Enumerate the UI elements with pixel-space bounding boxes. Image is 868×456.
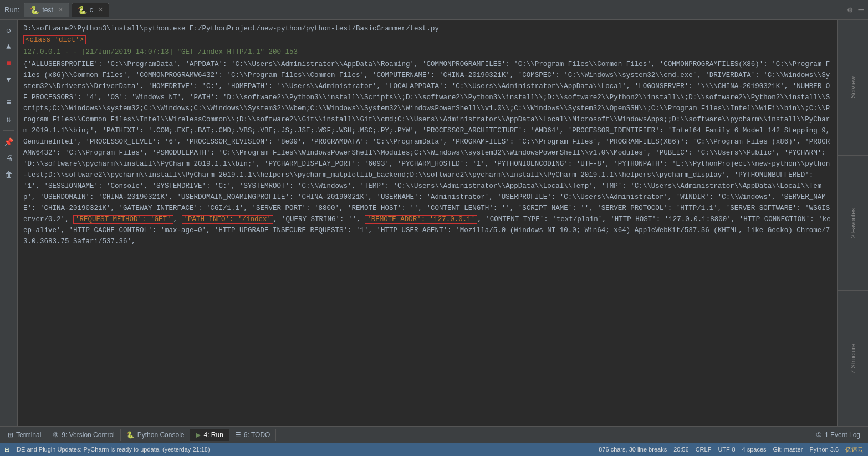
- tab-c-close[interactable]: ✕: [98, 6, 103, 13]
- minimize-icon[interactable]: —: [858, 5, 864, 15]
- version-control-icon: ⑨: [53, 431, 59, 439]
- tab-version-control-label: 9: Version Control: [62, 431, 114, 439]
- sort-button[interactable]: ⇅: [2, 112, 16, 126]
- tab-terminal-label: Terminal: [16, 431, 41, 439]
- dict-output: {'ALLUSERSPROFILE': 'C:\\ProgramData', '…: [23, 59, 831, 247]
- class-dict-box: <class 'dict'>: [23, 35, 86, 44]
- sciview-label: SciView: [850, 76, 856, 98]
- http-line: 127.0.0.1 - - [21/Jun/2019 14:07:13] "GE…: [23, 47, 831, 58]
- favorites-label: 2 Favorites: [850, 208, 856, 238]
- run-bar-right: ⚙ —: [847, 4, 864, 16]
- python-icon-test: 🐍: [30, 6, 39, 14]
- bottom-tabs: ⊞ Terminal ⑨ 9: Version Control 🐍 Python…: [0, 426, 868, 443]
- tab-version-control[interactable]: ⑨ 9: Version Control: [47, 429, 120, 441]
- pin-button[interactable]: 📌: [2, 135, 16, 148]
- todo-icon: ☰: [235, 431, 241, 439]
- run-label: Run:: [4, 6, 19, 14]
- terminal-icon: ⊞: [8, 431, 13, 439]
- path-info-box: 'PATH_INFO': '/index': [182, 215, 274, 224]
- tab-run[interactable]: ▶ 4: Run: [190, 429, 229, 441]
- gear-icon[interactable]: ⚙: [847, 4, 853, 16]
- tab-c[interactable]: 🐍 c ✕: [72, 3, 109, 17]
- left-toolbar: ↺ ▲ ■ ▼ ≡ ⇅ 📌 🖨 🗑: [0, 20, 18, 426]
- indent[interactable]: 4 spaces: [742, 446, 767, 453]
- tab-todo[interactable]: ☰ 6: TODO: [229, 429, 277, 441]
- toolbar-separator-1: [3, 91, 14, 91]
- tab-python-console-label: Python Console: [137, 431, 185, 439]
- stop-button[interactable]: ■: [2, 57, 16, 70]
- favorites-panel[interactable]: 2 Favorites: [838, 156, 868, 291]
- update-message[interactable]: IDE and Plugin Updates: PyCharm is ready…: [15, 446, 210, 453]
- tab-todo-label: 6: TODO: [244, 431, 270, 439]
- status-left: ⊞ IDE and Plugin Updates: PyCharm is rea…: [4, 446, 590, 453]
- rerun-button[interactable]: ↺: [2, 23, 16, 37]
- structure-panel[interactable]: Z Structure: [838, 291, 868, 426]
- filter-button[interactable]: ≡: [2, 96, 16, 109]
- class-line-wrapper: <class 'dict'>: [23, 34, 831, 45]
- site-name[interactable]: 亿速云: [845, 445, 864, 454]
- sciview-panel[interactable]: SciView: [838, 20, 868, 156]
- cursor-position[interactable]: 20:56: [673, 446, 689, 453]
- right-side-panels: SciView 2 Favorites Z Structure: [837, 20, 868, 426]
- python-icon-c: 🐍: [78, 6, 87, 14]
- print-button[interactable]: 🖨: [2, 152, 16, 165]
- run-icon: ▶: [196, 431, 201, 439]
- git-branch[interactable]: Git: master: [773, 446, 803, 453]
- tab-test[interactable]: 🐍 test ✕: [24, 3, 69, 17]
- scroll-down-button[interactable]: ▼: [2, 73, 16, 86]
- python-console-icon: 🐍: [126, 431, 135, 439]
- line-separator[interactable]: CRLF: [696, 446, 712, 453]
- python-version[interactable]: Python 3.6: [809, 446, 839, 453]
- tab-test-close[interactable]: ✕: [58, 6, 63, 13]
- tab-terminal[interactable]: ⊞ Terminal: [2, 429, 47, 441]
- event-log-icon: ①: [816, 431, 822, 439]
- main-container: ↺ ▲ ■ ▼ ≡ ⇅ 📌 🖨 🗑 D:\software2\Python3\i…: [0, 20, 868, 426]
- console-area[interactable]: D:\software2\Python3\install\python.exe …: [18, 20, 837, 426]
- event-log-label: 1 Event Log: [825, 431, 860, 439]
- tab-test-label: test: [42, 6, 53, 14]
- command-line: D:\software2\Python3\install\python.exe …: [23, 23, 831, 34]
- toolbar-separator-2: [3, 130, 14, 131]
- update-icon: ⊞: [4, 446, 9, 453]
- request-method-box: 'REQUEST_METHOD': 'GET': [73, 215, 173, 224]
- remote-addr-box: 'REMOTE_ADDR': '127.0.0.1': [365, 215, 477, 224]
- encoding[interactable]: UTF-8: [718, 446, 735, 453]
- tab-python-console[interactable]: 🐍 Python Console: [121, 429, 191, 441]
- status-right: 876 chars, 30 line breaks 20:56 CRLF UTF…: [599, 445, 864, 454]
- delete-button[interactable]: 🗑: [2, 168, 16, 182]
- run-bar: Run: 🐍 test ✕ 🐍 c ✕ ⚙ —: [0, 0, 868, 20]
- structure-label: Z Structure: [850, 344, 856, 373]
- scroll-up-button[interactable]: ▲: [2, 40, 16, 53]
- status-bar: ⊞ IDE and Plugin Updates: PyCharm is rea…: [0, 443, 868, 456]
- tab-run-label: 4: Run: [203, 431, 223, 439]
- chars-count: 876 chars, 30 line breaks: [599, 446, 667, 453]
- event-log-tab[interactable]: ① 1 Event Log: [810, 431, 866, 439]
- tab-c-label: c: [90, 6, 93, 14]
